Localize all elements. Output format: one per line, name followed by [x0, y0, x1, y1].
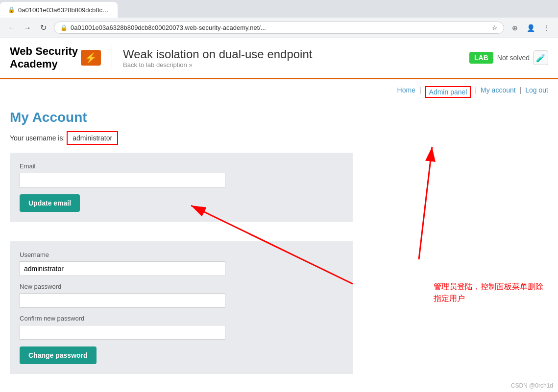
nav-my-account[interactable]: My account	[481, 86, 516, 98]
username-label: Username	[20, 251, 343, 258]
svg-line-2	[419, 147, 432, 259]
confirm-password-label: Confirm new password	[20, 315, 343, 322]
site-nav: Home | Admin panel | My account | Log ou…	[0, 79, 558, 105]
email-label: Email	[20, 162, 343, 170]
address-bar[interactable]: 🔒 0a01001e03a6328b809dcb8c00020073.web-s…	[54, 22, 504, 34]
flask-button[interactable]: 🧪	[534, 50, 548, 65]
section-spacer	[10, 231, 548, 241]
email-form-section: Email Update email	[10, 153, 353, 222]
forward-button[interactable]: →	[21, 21, 34, 35]
logo-area: Web Security Academy ⚡ Weak isolation on…	[10, 45, 312, 71]
url-text: 0a01001e03a6328b809dcb8c00020073.web-sec…	[71, 24, 489, 31]
menu-button[interactable]: ⋮	[539, 21, 553, 35]
change-password-button[interactable]: Change password	[20, 346, 97, 364]
active-tab[interactable]: 🔒 0a01001e03a6328b809dcb8c000200...	[0, 2, 118, 18]
not-solved-text: Not solved	[497, 54, 530, 62]
tab-favicon: 🔒	[8, 6, 15, 13]
confirm-password-input[interactable]	[20, 325, 225, 340]
email-form-group: Email	[20, 162, 343, 187]
browser-chrome: ← → ↻ 🔒 0a01001e03a6328b809dcb8c00020073…	[0, 18, 558, 38]
nav-log-out[interactable]: Log out	[525, 86, 548, 98]
lab-badge-area: LAB Not solved 🧪	[469, 50, 548, 65]
lock-icon: 🔒	[60, 24, 68, 31]
email-input[interactable]	[20, 173, 225, 187]
update-email-button[interactable]: Update email	[20, 194, 80, 212]
username-prefix: Your username is:	[10, 134, 65, 142]
admin-panel-box: Admin panel	[425, 86, 471, 98]
tab-title: 0a01001e03a6328b809dcb8c000200...	[18, 6, 110, 14]
password-form-section: Username New password Confirm new passwo…	[10, 241, 353, 374]
main-content: My Account Your username is: administrat…	[0, 105, 558, 392]
username-input[interactable]	[20, 261, 225, 276]
new-password-form-group: New password	[20, 283, 343, 308]
nav-sep-2: |	[475, 86, 477, 98]
back-link[interactable]: Back to lab description »	[123, 61, 312, 69]
logo-text: Web Security Academy ⚡	[10, 45, 101, 71]
annotation-text: 管理员登陆，控制面板菜单删除 指定用户	[434, 281, 543, 304]
new-password-label: New password	[20, 283, 343, 290]
logo-icon: ⚡	[81, 50, 101, 66]
reload-button[interactable]: ↻	[36, 21, 50, 35]
browser-icons: ⊕ 👤 ⋮	[508, 21, 553, 35]
new-password-input[interactable]	[20, 293, 225, 308]
lab-badge: LAB	[469, 52, 493, 64]
lab-title: Weak isolation on dual-use endpoint	[123, 47, 312, 61]
logo-name: Web Security Academy	[10, 45, 78, 71]
username-form-group: Username	[20, 251, 343, 276]
nav-sep-1: |	[419, 86, 421, 98]
confirm-password-form-group: Confirm new password	[20, 315, 343, 340]
lab-info: Weak isolation on dual-use endpoint Back…	[123, 47, 312, 69]
nav-home[interactable]: Home	[397, 86, 415, 98]
nav-buttons: ← → ↻	[5, 21, 50, 35]
nav-admin-panel[interactable]: Admin panel	[429, 88, 467, 96]
extensions-button[interactable]: ⊕	[508, 21, 522, 35]
nav-sep-3: |	[520, 86, 522, 98]
star-icon[interactable]: ☆	[492, 24, 498, 31]
username-display: administrator	[67, 131, 118, 145]
username-line: Your username is: administrator	[10, 131, 548, 145]
tab-bar: 🔒 0a01001e03a6328b809dcb8c000200...	[0, 0, 558, 18]
profile-button[interactable]: 👤	[524, 21, 537, 35]
page-title: My Account	[10, 110, 548, 125]
back-button[interactable]: ←	[5, 21, 19, 35]
watermark: CSDN @0rch1d	[511, 382, 553, 389]
page-header: Web Security Academy ⚡ Weak isolation on…	[0, 38, 558, 79]
